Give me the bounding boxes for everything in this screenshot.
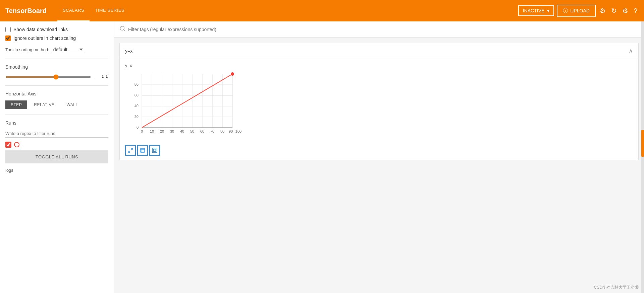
svg-line-36 <box>142 74 232 128</box>
chart-body: y=x <box>120 59 638 160</box>
logs-label: logs <box>5 168 13 173</box>
svg-text:90: 90 <box>229 129 233 133</box>
smoothing-value: 0.6 <box>95 74 108 80</box>
run-item: . <box>5 142 108 148</box>
chart-actions <box>125 144 633 157</box>
runs-label: Runs <box>5 120 108 126</box>
expand-chart-button[interactable] <box>125 145 136 156</box>
chart-subtitle: y=x <box>125 63 633 68</box>
svg-text:60: 60 <box>135 93 139 97</box>
refresh-icon[interactable]: ↻ <box>610 5 618 16</box>
scrollbar-thumb <box>641 130 644 157</box>
tooltip-label: Tooltip sorting method: <box>5 47 49 52</box>
svg-text:60: 60 <box>200 129 204 133</box>
runs-section: Runs . TOGGLE ALL RUNS logs <box>5 120 108 173</box>
smoothing-row: 0.6 <box>5 74 108 80</box>
svg-text:50: 50 <box>190 129 194 133</box>
chart-svg-container: 0 20 40 60 80 0 10 20 30 40 50 60 70 <box>125 71 633 141</box>
ignore-outliers-label: Ignore outliers in chart scaling <box>13 35 76 41</box>
run-checkbox[interactable] <box>5 142 11 148</box>
svg-text:30: 30 <box>170 129 174 133</box>
axis-relative-button[interactable]: RELATIVE <box>29 100 60 109</box>
header: TensorBoard SCALARS TIME SERIES INACTIVE… <box>0 0 644 21</box>
svg-text:80: 80 <box>135 82 139 86</box>
svg-text:0: 0 <box>141 129 143 133</box>
collapse-icon[interactable]: ∧ <box>629 47 633 55</box>
help-icon[interactable]: ? <box>632 6 639 16</box>
show-download-label: Show data download links <box>13 27 68 32</box>
svg-text:20: 20 <box>135 115 139 119</box>
divider-1 <box>5 59 108 59</box>
svg-text:0: 0 <box>137 125 139 129</box>
smoothing-slider[interactable] <box>5 76 91 78</box>
search-input[interactable] <box>128 27 639 32</box>
svg-text:40: 40 <box>135 104 139 108</box>
header-right: INACTIVE ▾ ⓘ UPLOAD ⚙ ↻ ⚙ ? <box>518 5 639 17</box>
footer-watermark: CSDN @吉林大学王小懒 <box>594 285 639 290</box>
axis-wall-button[interactable]: WALL <box>61 100 83 109</box>
chart-panel-title: y=x <box>125 48 132 54</box>
horizontal-axis-section: Horizontal Axis STEP RELATIVE WALL <box>5 91 108 109</box>
ignore-outliers-checkbox[interactable] <box>5 35 11 41</box>
ignore-outliers-row[interactable]: Ignore outliers in chart scaling <box>5 35 108 41</box>
search-icon <box>119 25 125 33</box>
axis-step-button[interactable]: STEP <box>5 100 27 109</box>
inactive-dropdown[interactable]: INACTIVE ▾ <box>518 5 554 16</box>
dashboard-settings-icon[interactable]: ⚙ <box>598 5 607 16</box>
svg-text:80: 80 <box>220 129 224 133</box>
chevron-down-icon: ▾ <box>547 8 549 13</box>
smoothing-section: Smoothing 0.6 <box>5 64 108 80</box>
svg-text:40: 40 <box>180 129 184 133</box>
svg-point-0 <box>120 26 124 30</box>
sidebar-options: Show data download links Ignore outliers… <box>5 27 108 41</box>
run-circle-icon <box>14 142 19 147</box>
tooltip-select[interactable]: default ascending descending nearest <box>52 46 84 53</box>
run-name: . <box>22 142 23 147</box>
svg-text:10: 10 <box>150 129 154 133</box>
logo: TensorBoard <box>5 7 47 15</box>
axis-label: Horizontal Axis <box>5 91 108 96</box>
svg-text:20: 20 <box>160 129 164 133</box>
runs-filter-input[interactable] <box>5 130 108 138</box>
info-circle-icon: ⓘ <box>563 7 568 14</box>
settings-icon[interactable]: ⚙ <box>621 5 630 16</box>
svg-line-38 <box>131 148 132 150</box>
nav-time-series[interactable]: TIME SERIES <box>90 0 130 21</box>
chart-svg: 0 20 40 60 80 0 10 20 30 40 50 60 70 <box>125 71 246 141</box>
divider-2 <box>5 85 108 86</box>
content-area: y=x ∧ y=x <box>114 21 644 293</box>
svg-point-37 <box>231 72 234 76</box>
svg-line-39 <box>128 151 130 152</box>
axis-buttons: STEP RELATIVE WALL <box>5 100 108 109</box>
svg-rect-40 <box>141 148 145 152</box>
tooltip-row: Tooltip sorting method: default ascendin… <box>5 46 108 53</box>
show-download-checkbox[interactable] <box>5 27 11 32</box>
nav-scalars[interactable]: SCALARS <box>57 0 90 21</box>
fit-axes-button[interactable] <box>149 145 160 156</box>
main-layout: Show data download links Ignore outliers… <box>0 21 644 293</box>
svg-rect-45 <box>154 149 156 152</box>
upload-button[interactable]: ⓘ UPLOAD <box>557 5 596 17</box>
nav: SCALARS TIME SERIES <box>57 0 130 21</box>
toggle-all-button[interactable]: TOGGLE ALL RUNS <box>5 150 108 163</box>
search-bar <box>114 21 644 38</box>
chart-panel: y=x ∧ y=x <box>119 43 639 160</box>
svg-line-1 <box>123 29 124 30</box>
smoothing-label: Smoothing <box>5 64 108 70</box>
svg-text:70: 70 <box>210 129 214 133</box>
divider-3 <box>5 115 108 115</box>
svg-rect-44 <box>152 148 157 152</box>
sidebar: Show data download links Ignore outliers… <box>0 21 114 293</box>
right-scrollbar[interactable] <box>641 21 644 293</box>
chart-header: y=x ∧ <box>120 43 638 59</box>
svg-text:100: 100 <box>235 129 241 133</box>
data-table-button[interactable] <box>137 145 148 156</box>
show-download-row[interactable]: Show data download links <box>5 27 108 32</box>
